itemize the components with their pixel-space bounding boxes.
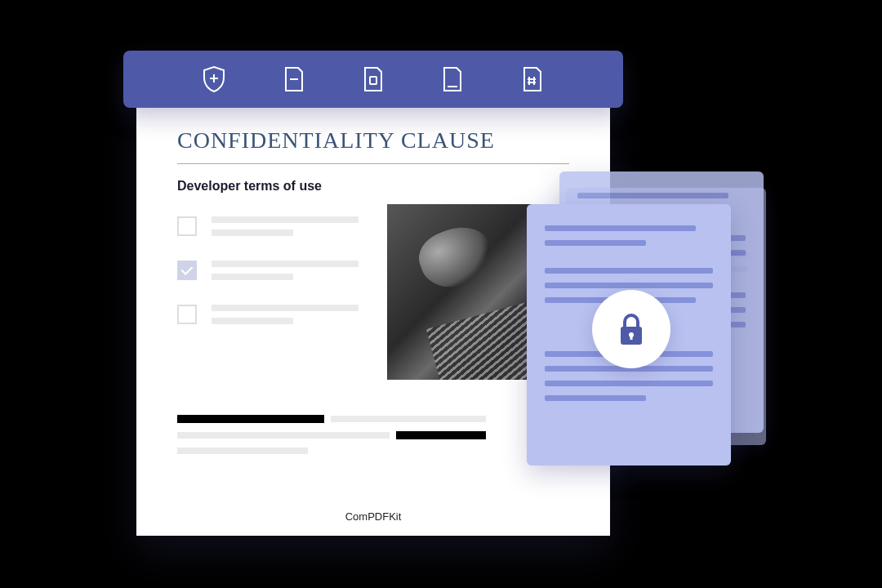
text-placeholder xyxy=(212,305,375,324)
svg-rect-12 xyxy=(630,336,633,340)
svg-rect-3 xyxy=(370,77,376,84)
locked-documents-stack xyxy=(527,172,772,466)
page-hash-icon[interactable] xyxy=(519,65,546,94)
redacted-text-block xyxy=(177,415,569,462)
text-placeholder xyxy=(212,261,375,280)
checkbox-unchecked[interactable] xyxy=(177,305,197,324)
lock-icon xyxy=(592,290,670,368)
page-minus-icon[interactable] xyxy=(281,65,307,94)
redaction-toolbar xyxy=(123,51,623,108)
brand-label: ComPDFKit xyxy=(136,510,610,523)
text-placeholder xyxy=(212,216,375,236)
document-title: CONFIDENTIALITY CLAUSE xyxy=(177,127,569,154)
page-bottom-icon[interactable] xyxy=(439,65,466,94)
shield-plus-icon[interactable] xyxy=(201,65,227,94)
checkbox-unchecked[interactable] xyxy=(177,216,197,236)
title-divider xyxy=(177,163,569,164)
page-letter-icon[interactable] xyxy=(360,65,386,94)
checkbox-checked[interactable] xyxy=(177,261,197,280)
document-subtitle: Developer terms of use xyxy=(177,179,569,194)
